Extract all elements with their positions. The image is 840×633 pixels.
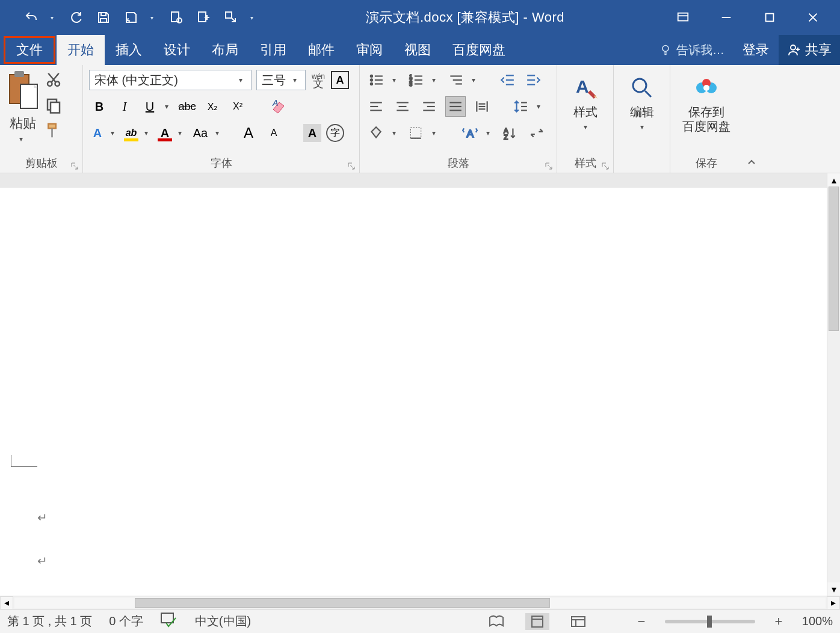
print-layout-button[interactable] xyxy=(525,613,549,630)
scroll-up-button[interactable]: ▴ xyxy=(827,173,840,187)
subscript-button[interactable]: X₂ xyxy=(202,96,223,117)
horizontal-scrollbar[interactable]: ◂ ▸ xyxy=(0,596,840,609)
highlight-button[interactable]: ab xyxy=(123,125,140,141)
close-button[interactable] xyxy=(804,8,822,26)
show-marks-button[interactable] xyxy=(526,123,546,143)
decrease-indent-button[interactable] xyxy=(497,70,517,90)
tab-design[interactable]: 设计 xyxy=(153,35,201,65)
save-button[interactable] xyxy=(95,9,112,26)
char-scale-button[interactable]: A xyxy=(460,123,480,143)
highlight-dropdown[interactable]: ▾ xyxy=(144,129,152,137)
tab-insert[interactable]: 插入 xyxy=(105,35,153,65)
new-button[interactable] xyxy=(195,9,212,26)
undo-button[interactable] xyxy=(23,9,40,26)
paragraph-launcher[interactable] xyxy=(545,161,553,169)
font-color-button[interactable]: A xyxy=(156,125,173,141)
distribute-button[interactable] xyxy=(472,96,492,117)
numbering-button[interactable]: 123 xyxy=(406,70,426,90)
text-effects-dropdown[interactable]: ▾ xyxy=(111,129,118,137)
scroll-right-button[interactable]: ▸ xyxy=(827,596,840,610)
font-name-combo[interactable]: 宋体 (中文正文)▾ xyxy=(89,70,252,90)
tell-me-search[interactable]: 告诉我… xyxy=(659,35,733,65)
paste-dropdown[interactable]: ▾ xyxy=(19,135,26,143)
scroll-down-button[interactable]: ▾ xyxy=(827,582,840,596)
read-mode-button[interactable] xyxy=(484,613,508,630)
underline-button[interactable]: U xyxy=(140,96,160,117)
paste-button[interactable]: 粘贴 ▾ xyxy=(6,70,40,143)
enclose-char-button[interactable]: 字 xyxy=(326,124,344,142)
hscroll-thumb[interactable] xyxy=(135,598,550,608)
redo-button[interactable] xyxy=(67,9,84,26)
zoom-level[interactable]: 100% xyxy=(802,614,833,628)
share-button[interactable]: 共享 xyxy=(779,35,840,65)
zoom-slider[interactable] xyxy=(665,620,755,623)
copy-button[interactable] xyxy=(45,96,63,114)
tab-references[interactable]: 引用 xyxy=(249,35,297,65)
minimize-button[interactable] xyxy=(717,8,735,26)
shrink-font-button[interactable]: A xyxy=(264,123,284,143)
scroll-thumb[interactable] xyxy=(829,187,839,331)
page-indicator[interactable]: 第 1 页 , 共 1 页 xyxy=(7,613,92,629)
maximize-button[interactable] xyxy=(761,8,779,26)
superscript-button[interactable]: X² xyxy=(227,96,248,117)
scroll-left-button[interactable]: ◂ xyxy=(0,596,13,610)
qat-customize-dropdown[interactable]: ▾ xyxy=(250,14,256,21)
increase-indent-button[interactable] xyxy=(523,70,544,90)
italic-button[interactable]: I xyxy=(114,96,135,117)
tab-baidu[interactable]: 百度网盘 xyxy=(442,35,516,65)
tab-file[interactable]: 文件 xyxy=(4,36,55,64)
format-painter-button[interactable] xyxy=(45,122,63,140)
change-case-button[interactable]: Aa xyxy=(190,123,211,143)
grow-font-button[interactable]: A xyxy=(238,123,259,143)
undo-dropdown[interactable]: ▾ xyxy=(51,14,57,21)
tab-mailings[interactable]: 邮件 xyxy=(297,35,345,65)
zoom-out-button[interactable]: − xyxy=(635,614,648,629)
tab-view[interactable]: 视图 xyxy=(394,35,442,65)
align-center-button[interactable] xyxy=(392,96,413,117)
collapse-ribbon-button[interactable] xyxy=(743,65,761,173)
sort-button[interactable]: AZ xyxy=(499,123,520,143)
strike-button[interactable]: abc xyxy=(177,96,197,117)
font-launcher[interactable] xyxy=(347,161,356,169)
ribbon-display-button[interactable] xyxy=(674,8,692,26)
web-layout-button[interactable] xyxy=(566,613,590,630)
underline-dropdown[interactable]: ▾ xyxy=(165,102,172,111)
zoom-knob[interactable] xyxy=(707,616,712,628)
print-preview-button[interactable] xyxy=(167,9,184,26)
shading-button[interactable] xyxy=(366,123,386,143)
save-baidu-button[interactable]: 保存到百度网盘 xyxy=(676,70,737,134)
editing-button[interactable]: 编辑 ▾ xyxy=(620,70,664,131)
text-effects-button[interactable]: A xyxy=(89,125,106,141)
styles-launcher[interactable] xyxy=(601,161,610,169)
page[interactable]: ↵ ↵ ↵ ↵ xyxy=(0,173,827,596)
char-shading-button[interactable]: A xyxy=(303,124,321,142)
line-spacing-button[interactable] xyxy=(510,96,531,117)
tab-layout[interactable]: 布局 xyxy=(201,35,249,65)
char-border-button[interactable]: A xyxy=(331,71,349,89)
spell-check-button[interactable] xyxy=(160,612,178,631)
bold-button[interactable]: B xyxy=(89,96,110,117)
zoom-in-button[interactable]: + xyxy=(772,614,785,629)
font-size-combo[interactable]: 三号▾ xyxy=(256,70,306,90)
bullets-button[interactable] xyxy=(366,70,386,90)
cut-button[interactable] xyxy=(45,71,63,89)
vertical-scrollbar[interactable]: ▴ ▾ xyxy=(827,173,840,596)
multilevel-button[interactable] xyxy=(445,70,466,90)
save-as-dropdown[interactable]: ▾ xyxy=(150,14,156,21)
tab-review[interactable]: 审阅 xyxy=(345,35,394,65)
word-count[interactable]: 0 个字 xyxy=(109,613,143,629)
clear-format-button[interactable]: A xyxy=(270,97,288,116)
login-button[interactable]: 登录 xyxy=(733,35,779,65)
align-left-button[interactable] xyxy=(366,96,386,117)
clipboard-launcher[interactable] xyxy=(70,161,79,169)
change-case-dropdown[interactable]: ▾ xyxy=(215,129,223,137)
tab-home[interactable]: 开始 xyxy=(57,35,105,65)
borders-button[interactable] xyxy=(406,123,426,143)
font-color-dropdown[interactable]: ▾ xyxy=(178,129,185,137)
save-as-button[interactable] xyxy=(123,9,140,26)
styles-button[interactable]: A 样式 ▾ xyxy=(563,70,607,131)
language-indicator[interactable]: 中文(中国) xyxy=(195,613,251,629)
justify-button[interactable] xyxy=(445,96,466,117)
align-right-button[interactable] xyxy=(419,96,439,117)
phonetic-guide-button[interactable]: wén文 xyxy=(310,73,326,87)
